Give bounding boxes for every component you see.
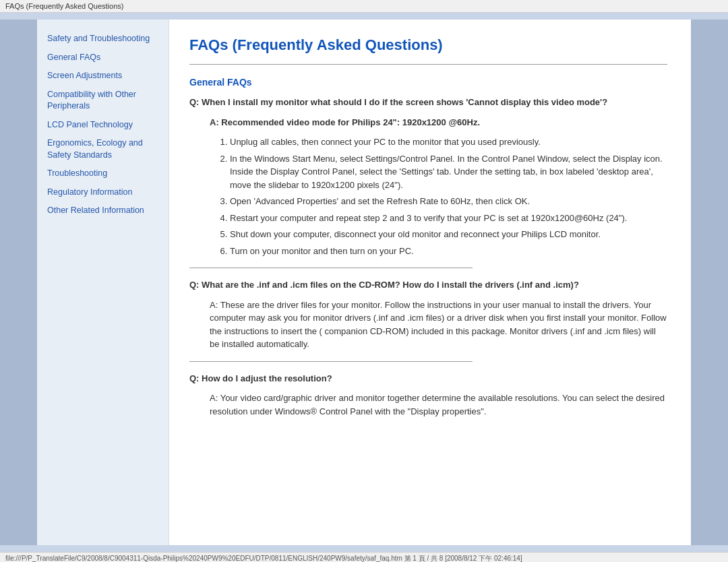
sidebar-link-ergonomics[interactable]: Ergonomics, Ecology and Safety Standards (47, 137, 158, 161)
q1-step-3: Open 'Advanced Properties' and set the R… (230, 195, 667, 208)
q3-question-text: Q: How do I adjust the resolution? (189, 373, 332, 383)
q1-step-5: Shut down your computer, disconnect your… (230, 228, 667, 241)
outer-wrapper: Safety and TroubleshootingGeneral FAQsSc… (0, 13, 728, 552)
sidebar-link-lcd-panel[interactable]: LCD Panel Technology (47, 119, 158, 131)
q1-steps-list: Unplug all cables, then connect your PC … (230, 135, 667, 257)
section-title: General FAQs (189, 77, 667, 88)
q1-question: Q: When I install my monitor what should… (189, 96, 667, 109)
content-area: FAQs (Frequently Asked Questions) Genera… (169, 20, 691, 545)
q1-answer-strong: A: Recommended video mode for Philips 24… (210, 117, 480, 127)
main-area: Safety and TroubleshootingGeneral FAQsSc… (37, 20, 691, 545)
q1-block: Q: When I install my monitor what should… (189, 96, 667, 257)
sidebar-link-compatibility-other[interactable]: Compatibility with Other Peripherals (47, 89, 158, 113)
top-divider (189, 64, 667, 65)
q2-question: Q: What are the .inf and .icm files on t… (189, 278, 667, 292)
sidebar-link-general-faqs[interactable]: General FAQs (47, 52, 158, 64)
q3-block: Q: How do I adjust the resolution? A: Yo… (189, 372, 667, 418)
right-accent (691, 20, 728, 545)
sidebar-link-safety-troubleshooting[interactable]: Safety and Troubleshooting (47, 33, 158, 45)
page-title: FAQs (Frequently Asked Questions) (189, 36, 667, 54)
q3-answer-text: A: Your video card/graphic driver and mo… (210, 392, 667, 418)
q1-step-2: In the Windows Start Menu, select Settin… (230, 152, 667, 192)
q2-answer-text: A: These are the driver files for your m… (210, 299, 667, 351)
sidebar-link-screen-adjustments[interactable]: Screen Adjustments (47, 70, 158, 82)
sub-divider-2 (189, 361, 473, 362)
q1-step-4: Restart your computer and repeat step 2 … (230, 212, 667, 225)
sidebar-link-troubleshooting[interactable]: Troubleshooting (47, 168, 158, 180)
q1-step-6: Turn on your monitor and then turn on yo… (230, 245, 667, 258)
q1-step-1: Unplug all cables, then connect your PC … (230, 135, 667, 149)
q1-answer-label: A: Recommended video mode for Philips 24… (210, 116, 667, 129)
sidebar: Safety and TroubleshootingGeneral FAQsSc… (37, 20, 169, 545)
left-accent (0, 20, 37, 545)
sub-divider-1 (189, 268, 473, 268)
status-bar: file:///P/P_TranslateFile/C9/2008/8/C900… (0, 552, 728, 562)
q2-block: Q: What are the .inf and .icm files on t… (189, 278, 667, 351)
q3-question: Q: How do I adjust the resolution? (189, 372, 667, 385)
title-bar: FAQs (Frequently Asked Questions) (0, 0, 728, 13)
sidebar-link-other-related[interactable]: Other Related Information (47, 205, 158, 217)
status-bar-text: file:///P/P_TranslateFile/C9/2008/8/C900… (5, 555, 522, 562)
q1-question-text: Q: When I install my monitor what should… (189, 97, 607, 107)
title-bar-text: FAQs (Frequently Asked Questions) (5, 2, 123, 10)
sidebar-link-regulatory[interactable]: Regulatory Information (47, 187, 158, 199)
q2-question-text: Q: What are the .inf and .icm files on t… (189, 280, 579, 290)
